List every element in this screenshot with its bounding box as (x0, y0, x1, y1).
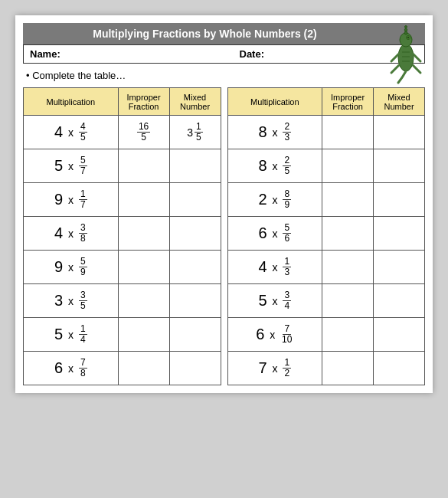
denominator: 5 (79, 133, 87, 143)
improper-fraction-cell (322, 318, 374, 352)
whole-number: 2 (259, 191, 267, 208)
numerator: 1 (195, 122, 203, 133)
name-date-row: Name: Date: (23, 44, 425, 64)
fraction: 4 5 (79, 122, 87, 143)
mixed-number-cell (374, 284, 425, 318)
improper-fraction-cell (118, 183, 169, 217)
mixed-number-cell (374, 149, 425, 183)
improper-fraction-cell (118, 149, 169, 183)
whole-number: 6 (54, 359, 63, 377)
denominator: 2 (283, 369, 291, 378)
mixed-number-cell (169, 183, 221, 217)
table-row: 5 x 3 4 (227, 284, 425, 318)
table-row: 4 x 1 3 (227, 251, 425, 284)
denominator: 10 (280, 335, 293, 345)
svg-point-5 (404, 28, 407, 31)
denominator: 5 (195, 133, 203, 143)
multiplication-expression: 8 x 2 5 (259, 156, 292, 176)
whole-number: 8 (259, 123, 267, 141)
denominator: 7 (79, 166, 87, 176)
multiplication-expression: 7 x 1 2 (259, 358, 292, 378)
multiplication-expression: 6 x 7 10 (256, 324, 293, 345)
table-row: 6 x 7 8 (24, 352, 221, 385)
denominator: 3 (283, 267, 291, 277)
numerator: 1 (283, 257, 291, 267)
numerator: 7 (283, 324, 291, 335)
multiplication-expression: 5 x 3 4 (259, 290, 292, 311)
left-table: Multiplication ImproperFraction MixedNum… (23, 87, 221, 385)
svg-point-0 (398, 44, 414, 71)
times-symbol: x (65, 261, 77, 274)
numerator: 2 (283, 122, 291, 133)
table-row: 3 x 3 5 (24, 284, 119, 318)
table-row: 9 x 1 7 (24, 183, 221, 217)
improper-fraction-cell (322, 251, 374, 284)
instruction-label: Complete the table… (32, 70, 126, 81)
whole-number: 5 (54, 157, 63, 175)
left-header-mixed: MixedNumber (169, 88, 221, 116)
table-row: 3 x 3 5 (24, 284, 221, 318)
fraction: 5 7 (79, 156, 87, 176)
fraction: 1 7 (79, 189, 87, 210)
fraction: 2 5 (283, 156, 291, 176)
denominator: 8 (79, 234, 87, 244)
fraction: 1 2 (283, 358, 291, 378)
improper-fraction-cell (118, 352, 169, 385)
denominator: 3 (283, 133, 291, 143)
lizard-icon (387, 23, 425, 77)
multiplication-expression: 5 x 1 4 (54, 324, 87, 345)
svg-point-3 (407, 37, 409, 38)
table-row: 8 x 2 3 (227, 116, 425, 149)
denominator: 7 (79, 200, 87, 210)
multiplication-expression: 6 x 7 8 (54, 358, 87, 378)
numerator: 5 (79, 257, 87, 267)
left-header-improper: ImproperFraction (118, 88, 169, 116)
times-symbol: x (65, 126, 77, 139)
times-symbol: x (65, 329, 77, 341)
improper-fraction-cell (322, 217, 374, 251)
table-row: 9 x 1 7 (24, 183, 119, 217)
improper-fraction-cell (322, 183, 374, 217)
fraction: 16 5 (137, 122, 150, 143)
denominator: 6 (283, 234, 291, 244)
whole-number: 9 (54, 191, 63, 208)
whole-number: 7 (259, 359, 267, 377)
mixed-number-cell (169, 251, 221, 284)
multiplication-expression: 2 x 8 9 (259, 189, 292, 210)
left-header-multiplication: Multiplication (24, 88, 119, 116)
table-row: 6 x 7 10 (227, 318, 425, 352)
denominator: 5 (79, 301, 87, 311)
whole-number: 4 (54, 224, 63, 242)
svg-line-9 (391, 65, 399, 73)
denominator: 4 (79, 335, 87, 345)
table-row: 5 x 1 4 (24, 318, 119, 352)
times-symbol: x (65, 228, 77, 240)
fraction: 5 9 (79, 257, 87, 277)
mixed-number-cell (374, 183, 425, 217)
times-symbol: x (65, 160, 77, 172)
denominator: 5 (283, 166, 291, 176)
bullet-icon: • (26, 70, 30, 81)
numerator: 3 (283, 290, 291, 301)
numerator: 5 (283, 223, 291, 234)
mixed-number-answer: 3 1 5 (187, 122, 202, 143)
table-row: 6 x 7 8 (24, 352, 119, 385)
header-section: Multiplying Fractions by Whole Numbers (… (15, 23, 433, 64)
multiplication-expression: 9 x 1 7 (54, 189, 87, 210)
fraction: 2 3 (283, 122, 291, 143)
denominator: 5 (139, 133, 148, 143)
right-header-mixed: MixedNumber (374, 88, 425, 116)
mixed-number-cell (169, 284, 221, 318)
times-symbol: x (270, 261, 281, 274)
whole-number: 4 (259, 258, 267, 276)
improper-fraction-cell (322, 116, 374, 149)
whole-number: 6 (256, 326, 264, 343)
denominator: 9 (283, 200, 291, 210)
mixed-number-cell (374, 352, 425, 385)
mixed-number-cell (169, 318, 221, 352)
numerator: 8 (283, 189, 291, 200)
mixed-number-cell (374, 116, 425, 149)
multiplication-expression: 6 x 5 6 (259, 223, 292, 244)
mixed-whole: 3 (187, 126, 193, 139)
times-symbol: x (270, 228, 281, 240)
